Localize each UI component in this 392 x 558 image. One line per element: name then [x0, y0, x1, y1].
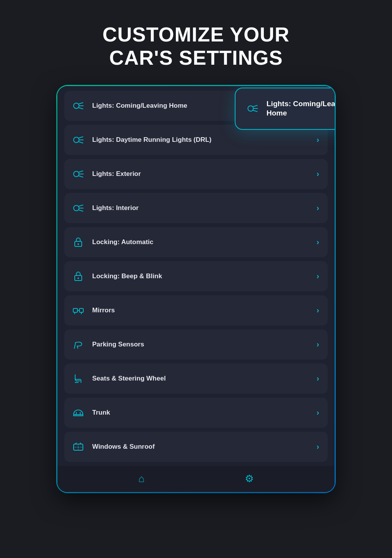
window-icon: [71, 440, 85, 454]
bottom-navigation: ⌂ ⚙: [57, 466, 335, 492]
mirror-icon: [71, 303, 85, 317]
list-item-seats[interactable]: Seats & Steering Wheel ›: [64, 363, 328, 394]
popup-label: Lights: Coming/LeavingHome: [266, 99, 335, 118]
svg-line-17: [79, 205, 83, 206]
list-item-parking[interactable]: Parking Sensors ›: [64, 329, 328, 360]
svg-line-3: [79, 108, 83, 109]
first-item-wrapper: Lights: Coming/Leaving Home ›: [64, 91, 328, 121]
chevron-lights-exterior: ›: [316, 169, 319, 178]
headlight-icon: [71, 99, 85, 113]
tablet-frame: Lights: Coming/Leaving Home ›: [57, 85, 335, 493]
item-label-parking: Parking Sensors: [92, 341, 144, 348]
svg-point-16: [74, 205, 79, 211]
headlight-exterior-icon: [71, 167, 85, 181]
list-item-lights-interior[interactable]: Lights: Interior ›: [64, 193, 328, 223]
home-nav-icon[interactable]: ⌂: [138, 473, 144, 485]
item-label-lights-exterior: Lights: Exterior: [92, 170, 141, 178]
chevron-trunk: ›: [316, 408, 319, 417]
chevron-seats: ›: [316, 374, 319, 383]
item-label-windows: Windows & Sunroof: [92, 443, 155, 451]
svg-line-9: [79, 137, 83, 138]
svg-line-7: [253, 110, 257, 112]
svg-line-5: [253, 105, 257, 107]
lock-auto-icon: [71, 235, 85, 249]
parking-icon: [71, 338, 85, 351]
item-label-mirrors: Mirrors: [92, 307, 115, 314]
item-label-lights-interior: Lights: Interior: [92, 204, 139, 212]
lock-beep-icon: [71, 269, 85, 283]
headlight-drl-icon: [71, 133, 85, 147]
item-label-lights-drl: Lights: Daytime Running Lights (DRL): [92, 136, 211, 144]
svg-rect-25: [79, 308, 83, 312]
list-item-locking-auto[interactable]: Locking: Automatic ›: [64, 227, 328, 257]
list-item-lights-exterior[interactable]: Lights: Exterior ›: [64, 159, 328, 189]
settings-nav-icon[interactable]: ⚙: [245, 473, 254, 485]
svg-point-21: [77, 243, 79, 245]
list-item-trunk[interactable]: Trunk ›: [64, 398, 328, 428]
svg-line-11: [79, 142, 83, 143]
page-title: CUSTOMIZE YOUR CAR'S SETTINGS: [0, 0, 392, 85]
popup-headlight-icon: [246, 102, 260, 115]
item-label-seats: Seats & Steering Wheel: [92, 375, 166, 382]
item-label-locking-auto: Locking: Automatic: [92, 238, 153, 246]
chevron-locking-beep: ›: [316, 272, 319, 281]
item-label-trunk: Trunk: [92, 409, 110, 417]
svg-line-1: [79, 103, 83, 104]
svg-rect-24: [73, 308, 77, 312]
popup-card[interactable]: Lights: Coming/LeavingHome ›: [235, 88, 335, 130]
svg-line-15: [79, 176, 83, 177]
chevron-locking-auto: ›: [316, 238, 319, 246]
headlight-interior-icon: [71, 201, 85, 215]
chevron-lights-interior: ›: [316, 203, 319, 212]
item-label-lights-home: Lights: Coming/Leaving Home: [92, 102, 187, 110]
settings-list: Lights: Coming/Leaving Home ›: [57, 86, 335, 462]
chevron-mirrors: ›: [316, 306, 319, 315]
list-item-mirrors[interactable]: Mirrors ›: [64, 295, 328, 326]
svg-line-19: [79, 210, 83, 211]
chevron-windows: ›: [316, 442, 319, 451]
svg-point-12: [74, 171, 79, 177]
seat-icon: [71, 372, 85, 386]
chevron-parking: ›: [316, 340, 319, 349]
svg-point-23: [77, 277, 79, 279]
svg-line-13: [79, 171, 83, 172]
list-item-locking-beep[interactable]: Locking: Beep & Blink ›: [64, 261, 328, 291]
list-item-windows[interactable]: Windows & Sunroof ›: [64, 432, 328, 462]
item-label-locking-beep: Locking: Beep & Blink: [92, 272, 162, 280]
trunk-icon: [71, 406, 85, 420]
svg-point-0: [74, 103, 79, 108]
svg-point-8: [74, 137, 79, 143]
svg-point-4: [248, 106, 253, 111]
chevron-lights-drl: ›: [316, 135, 319, 144]
